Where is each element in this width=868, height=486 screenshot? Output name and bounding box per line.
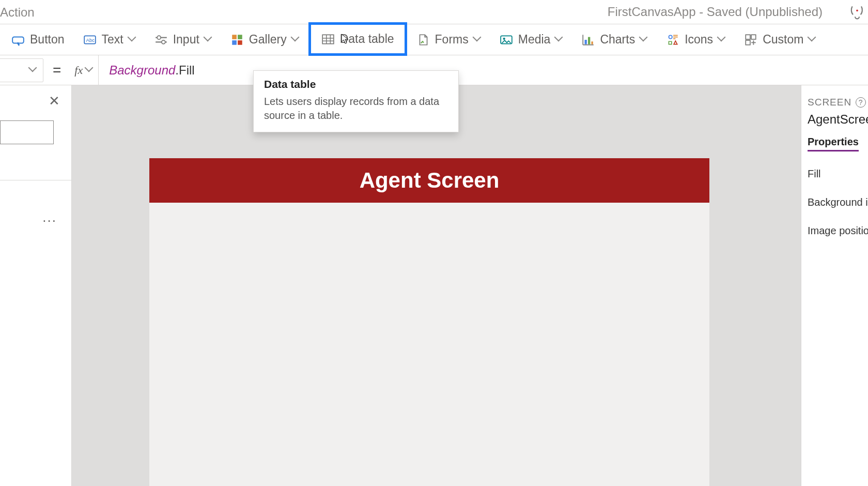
tree-item-more[interactable]: ···: [0, 204, 71, 236]
data-table-icon: [321, 33, 335, 46]
svg-rect-11: [238, 40, 242, 45]
svg-rect-22: [588, 37, 590, 44]
selected-object-name: AgentScree: [808, 112, 868, 127]
fx-label: fx: [74, 64, 83, 77]
chevron-down-icon: [86, 66, 93, 73]
properties-tab[interactable]: Properties: [808, 136, 859, 151]
insert-icons-label: Icons: [685, 33, 713, 47]
svg-rect-10: [232, 40, 237, 45]
chevron-down-icon: [555, 35, 563, 42]
tooltip-title: Data table: [264, 78, 448, 90]
icons-icon: [666, 33, 679, 47]
screen-header-bar: Agent Screen: [149, 158, 709, 203]
tree-divider: [0, 144, 71, 180]
insert-gallery-label: Gallery: [249, 33, 287, 47]
fx-button[interactable]: fx: [70, 55, 99, 85]
canvas[interactable]: Agent Screen: [72, 85, 801, 486]
chevron-down-icon: [718, 35, 725, 42]
app-save-status: FirstCanvasApp - Saved (Unpublished): [608, 5, 838, 19]
insert-icons[interactable]: Icons: [657, 27, 735, 52]
chevron-down-icon: [292, 35, 299, 42]
tooltip: Data table Lets users display records fr…: [253, 70, 459, 132]
svg-rect-8: [232, 35, 237, 39]
help-icon[interactable]: ?: [856, 97, 866, 108]
input-icon: [154, 33, 168, 47]
chevron-down-icon: [474, 35, 481, 42]
insert-text[interactable]: Abc Text: [74, 27, 145, 52]
close-panel-button[interactable]: ✕: [49, 93, 60, 109]
tree-search-input[interactable]: [0, 120, 54, 144]
custom-icon: [744, 33, 757, 47]
main-area: ✕ ··· Agent Screen SCREEN ? AgentScree P…: [0, 85, 868, 486]
svg-rect-25: [746, 35, 750, 39]
ribbon-tab-action[interactable]: Action: [0, 1, 35, 23]
property-image-position[interactable]: Image positio: [808, 225, 868, 237]
insert-custom-label: Custom: [763, 33, 803, 47]
chevron-down-icon: [29, 66, 37, 73]
insert-forms[interactable]: Forms: [407, 27, 490, 52]
svg-text:Abc: Abc: [86, 37, 95, 43]
chevron-down-icon: [205, 35, 212, 42]
svg-point-6: [157, 36, 161, 39]
insert-data-table[interactable]: Data table: [308, 22, 407, 56]
insert-media-label: Media: [518, 33, 551, 47]
svg-rect-27: [746, 40, 750, 45]
text-icon: Abc: [83, 33, 97, 47]
insert-charts[interactable]: Charts: [572, 27, 657, 52]
insert-button-label: Button: [30, 33, 65, 47]
property-fill[interactable]: Fill: [808, 168, 868, 180]
formula-token-property: Fill: [179, 63, 195, 77]
tree-view-panel: ✕ ···: [0, 85, 72, 486]
svg-rect-12: [322, 35, 334, 43]
insert-input[interactable]: Input: [145, 27, 221, 52]
button-icon: [11, 33, 25, 47]
screen-header-title: Agent Screen: [360, 168, 500, 193]
property-dropdown[interactable]: [0, 58, 43, 82]
app-checker-icon[interactable]: [848, 3, 866, 21]
insert-text-label: Text: [102, 33, 123, 47]
insert-gallery[interactable]: Gallery: [221, 27, 308, 52]
insert-ribbon: Button Abc Text Input Gallery Data table: [0, 24, 868, 55]
svg-rect-23: [592, 41, 593, 44]
insert-custom[interactable]: Custom: [735, 27, 825, 52]
chevron-down-icon: [640, 35, 647, 42]
svg-rect-9: [238, 35, 242, 39]
formula-token-dot: .: [175, 63, 179, 77]
svg-point-18: [503, 37, 505, 39]
properties-section-label: SCREEN: [808, 97, 851, 108]
svg-point-7: [162, 40, 165, 43]
insert-forms-label: Forms: [435, 33, 469, 47]
screen-artboard[interactable]: Agent Screen: [149, 158, 709, 486]
tooltip-body: Lets users display records from a data s…: [264, 95, 448, 123]
title-bar: Action FirstCanvasApp - Saved (Unpublish…: [0, 0, 868, 24]
media-icon: [500, 33, 513, 47]
formula-token-object: Background: [109, 63, 175, 77]
insert-input-label: Input: [173, 33, 199, 47]
forms-icon: [416, 33, 430, 47]
formula-input[interactable]: Background.Fill: [99, 63, 194, 78]
charts-icon: [581, 33, 595, 47]
insert-charts-label: Charts: [600, 33, 635, 47]
chevron-down-icon: [809, 35, 816, 42]
svg-point-24: [669, 35, 673, 39]
svg-rect-21: [585, 40, 587, 44]
property-background-image[interactable]: Background i: [808, 196, 868, 208]
properties-panel: SCREEN ? AgentScree Properties Fill Back…: [801, 85, 868, 486]
gallery-icon: [230, 33, 244, 47]
equals-sign: =: [43, 62, 70, 79]
chevron-down-icon: [129, 35, 136, 42]
insert-button[interactable]: Button: [2, 27, 74, 52]
svg-point-0: [856, 9, 858, 11]
insert-data-table-label: Data table: [340, 32, 394, 46]
insert-media[interactable]: Media: [490, 27, 572, 52]
svg-rect-26: [751, 35, 756, 39]
